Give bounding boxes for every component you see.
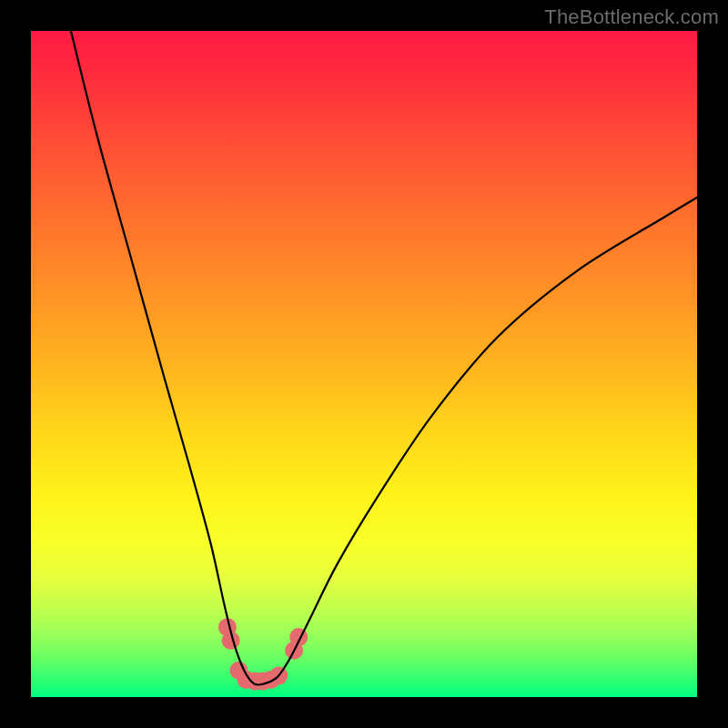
watermark-text: TheBottleneck.com bbox=[544, 5, 719, 29]
plot-area bbox=[31, 31, 697, 697]
curve-layer bbox=[31, 31, 697, 697]
chart-frame: TheBottleneck.com bbox=[0, 0, 728, 728]
marker-dots bbox=[218, 618, 308, 690]
bottleneck-curve bbox=[71, 31, 697, 685]
